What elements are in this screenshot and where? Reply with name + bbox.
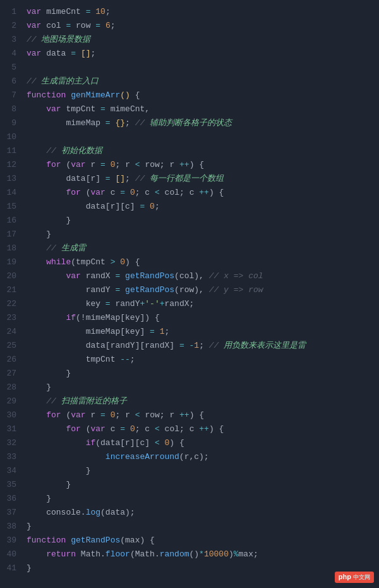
line-number: 20	[0, 269, 16, 283]
line-number: 37	[0, 506, 16, 520]
code-editor: 1234567891011121314151617181920212223242…	[0, 0, 379, 588]
code-line: console.log(data);	[27, 506, 379, 520]
code-line: data[randY][randX] = -1; // 用负数来表示这里是雷	[27, 339, 379, 353]
code-content: var mimeCnt = 10;var col = row = 6;// 地图…	[23, 5, 379, 583]
code-line: for (var c = 0; c < col; c ++) {	[27, 186, 379, 200]
code-line: var col = row = 6;	[27, 19, 379, 33]
line-number: 2	[0, 19, 16, 33]
code-line: }	[27, 520, 379, 534]
code-line: randY = getRandPos(row), // y => row	[27, 283, 379, 297]
code-line	[27, 61, 379, 75]
line-number: 4	[0, 47, 16, 61]
line-number: 31	[0, 422, 16, 436]
code-line: var mimeCnt = 10;	[27, 5, 379, 19]
code-line: return Math.floor(Math.random()*10000)%m…	[27, 548, 379, 561]
line-numbers: 1234567891011121314151617181920212223242…	[0, 5, 23, 583]
code-line: tmpCnt --;	[27, 353, 379, 367]
line-number: 21	[0, 283, 16, 297]
line-number: 7	[0, 89, 16, 102]
code-line: }	[27, 367, 379, 381]
line-number: 3	[0, 33, 16, 47]
code-line: }	[27, 478, 379, 492]
code-line: function getRandPos(max) {	[27, 534, 379, 548]
code-line: while(tmpCnt > 0) {	[27, 255, 379, 269]
code-line: }	[27, 464, 379, 478]
line-number: 25	[0, 339, 16, 353]
line-number: 1	[0, 5, 16, 19]
code-line: function genMimeArr() {	[27, 89, 379, 102]
code-line: for (var c = 0; c < col; c ++) {	[27, 422, 379, 436]
code-line: }	[27, 214, 379, 228]
line-number: 6	[0, 75, 16, 89]
line-number: 29	[0, 395, 16, 408]
line-number: 8	[0, 102, 16, 116]
line-number: 10	[0, 130, 16, 144]
line-number: 39	[0, 534, 16, 548]
code-line: increaseArround(r,c);	[27, 450, 379, 464]
code-line: // 生成雷的主入口	[27, 75, 379, 89]
code-line: var tmpCnt = mimeCnt,	[27, 102, 379, 116]
code-line: for (var r = 0; r < row; r ++) {	[27, 158, 379, 172]
code-line: if(data[r][c] < 0) {	[27, 436, 379, 450]
line-number: 18	[0, 242, 16, 255]
line-number: 38	[0, 520, 16, 534]
code-line	[27, 130, 379, 144]
code-line: data[r] = []; // 每一行都是一个数组	[27, 172, 379, 186]
line-number: 17	[0, 228, 16, 242]
badge-sub: 中文网	[353, 574, 370, 580]
code-line: mimeMap = {}; // 辅助判断各格子的状态	[27, 116, 379, 130]
line-number: 28	[0, 381, 16, 395]
code-line: // 生成雷	[27, 242, 379, 255]
code-line: var data = [];	[27, 47, 379, 61]
line-number: 34	[0, 464, 16, 478]
line-number: 33	[0, 450, 16, 464]
code-line: }	[27, 381, 379, 395]
line-number: 35	[0, 478, 16, 492]
code-line: data[r][c] = 0;	[27, 200, 379, 214]
code-line: if(!mimeMap[key]) {	[27, 311, 379, 325]
line-number: 12	[0, 158, 16, 172]
line-number: 5	[0, 61, 16, 75]
code-line: key = randY+'-'+randX;	[27, 297, 379, 311]
line-number: 24	[0, 325, 16, 339]
line-number: 19	[0, 255, 16, 269]
code-line: // 扫描雷附近的格子	[27, 395, 379, 408]
line-number: 27	[0, 367, 16, 381]
badge-main: php	[339, 573, 351, 580]
watermark-badge: php 中文网	[335, 572, 374, 583]
code-line: for (var r = 0; r < row; r ++) {	[27, 408, 379, 422]
line-number: 16	[0, 214, 16, 228]
line-number: 30	[0, 408, 16, 422]
line-number: 26	[0, 353, 16, 367]
line-number: 11	[0, 144, 16, 158]
code-line: }	[27, 492, 379, 506]
line-number: 40	[0, 548, 16, 561]
line-number: 23	[0, 311, 16, 325]
line-number: 36	[0, 492, 16, 506]
code-line: }	[27, 228, 379, 242]
code-line: var randX = getRandPos(col), // x => col	[27, 269, 379, 283]
line-number: 9	[0, 116, 16, 130]
code-line: // 初始化数据	[27, 144, 379, 158]
line-number: 41	[0, 561, 16, 575]
line-number: 13	[0, 172, 16, 186]
code-line: mimeMap[key] = 1;	[27, 325, 379, 339]
line-number: 32	[0, 436, 16, 450]
code-line: }	[27, 561, 379, 575]
line-number: 22	[0, 297, 16, 311]
line-number: 15	[0, 200, 16, 214]
line-number: 14	[0, 186, 16, 200]
code-line: // 地图场景数据	[27, 33, 379, 47]
